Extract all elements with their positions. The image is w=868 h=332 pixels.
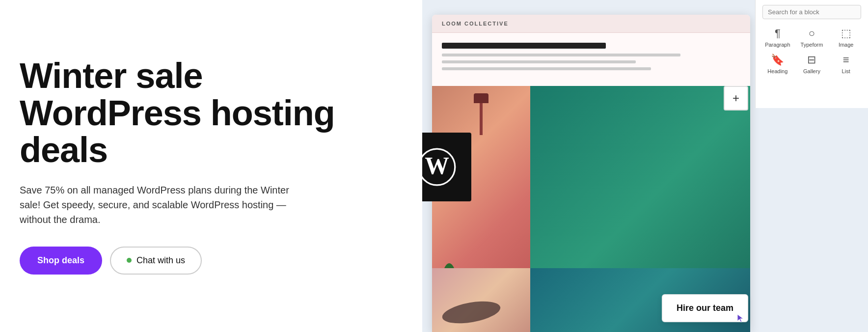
image-label: Image: [839, 42, 854, 48]
editor-content-area: [432, 33, 750, 84]
hero-title: Winter sale WordPress hosting deals: [20, 57, 393, 169]
image-icon: ⬚: [841, 27, 851, 40]
wordpress-logo-block: W: [422, 133, 471, 201]
figure-person: [440, 298, 502, 327]
typeform-label: Typeform: [801, 42, 823, 48]
shop-deals-button[interactable]: Shop deals: [20, 247, 102, 275]
heading-icon: 🔖: [771, 54, 784, 66]
hero-description: Save 75% on all managed WordPress plans …: [20, 183, 304, 227]
list-icon: ≡: [843, 54, 849, 66]
cursor-icon: [736, 313, 746, 323]
hire-our-team-button[interactable]: Hire our team: [662, 294, 748, 322]
typeform-icon: ○: [809, 27, 815, 40]
editor-heading-line: [442, 43, 606, 49]
block-item-heading[interactable]: 🔖 Heading: [762, 54, 793, 74]
gallery-label: Gallery: [803, 68, 820, 74]
cta-row: Shop deals Chat with us: [20, 247, 393, 275]
block-item-gallery[interactable]: ⊟ Gallery: [797, 54, 827, 74]
gallery-icon: ⊟: [807, 54, 816, 66]
left-panel: Winter sale WordPress hosting deals Save…: [0, 0, 422, 332]
editor-body-line-1: [442, 54, 680, 56]
chat-status-dot: [127, 258, 132, 263]
svg-marker-2: [737, 314, 743, 322]
paragraph-icon: ¶: [775, 27, 781, 40]
block-item-typeform[interactable]: ○ Typeform: [797, 27, 827, 48]
block-item-paragraph[interactable]: ¶ Paragraph: [762, 27, 793, 48]
block-grid: ¶ Paragraph ○ Typeform ⬚ Image 🔖 Heading…: [762, 27, 861, 74]
svg-text:W: W: [425, 152, 449, 179]
chat-button-label: Chat with us: [136, 255, 185, 266]
editor-body-line-3: [442, 67, 651, 70]
block-search-input[interactable]: [762, 5, 861, 19]
list-label: List: [842, 68, 850, 74]
block-item-list[interactable]: ≡ List: [831, 54, 861, 74]
cursor-indicator: [736, 313, 746, 325]
bottom-gallery-image-1: [432, 268, 530, 332]
room-lamp: [480, 96, 483, 135]
block-picker-panel: ¶ Paragraph ○ Typeform ⬚ Image 🔖 Heading…: [755, 0, 868, 108]
editor-site-name: LOOM COLLECTIVE: [432, 15, 750, 33]
paragraph-label: Paragraph: [765, 42, 790, 48]
chat-with-us-button[interactable]: Chat with us: [110, 247, 202, 275]
heading-label: Heading: [767, 68, 787, 74]
block-item-image[interactable]: ⬚ Image: [831, 27, 861, 48]
wordpress-logo-svg: W: [422, 147, 457, 187]
add-block-button[interactable]: +: [724, 86, 748, 111]
editor-body-line-2: [442, 60, 636, 63]
right-panel: ¶ Paragraph ○ Typeform ⬚ Image 🔖 Heading…: [422, 0, 868, 332]
